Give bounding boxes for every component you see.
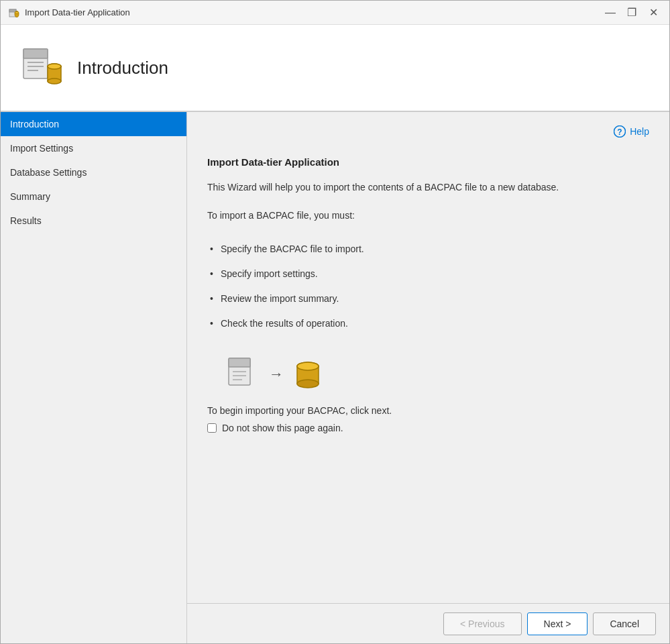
sidebar-item-import-settings[interactable]: Import Settings (1, 136, 186, 160)
title-bar-text: Import Data-tier Application (25, 7, 597, 17)
list-item: Review the import summary. (221, 286, 649, 311)
footer: < Previous Next > Cancel (187, 603, 669, 643)
svg-rect-16 (229, 358, 250, 367)
application-window: Import Data-tier Application — ❐ ✕ Intro… (0, 0, 670, 644)
svg-point-3 (15, 11, 19, 13)
main-area: Introduction Import Settings Database Se… (1, 112, 669, 643)
sidebar-item-summary[interactable]: Summary (1, 184, 186, 209)
sidebar: Introduction Import Settings Database Se… (1, 112, 187, 643)
bullet-list: Specify the BACPAC file to import. Speci… (207, 237, 649, 337)
svg-point-12 (48, 64, 61, 69)
header-title: Introduction (77, 58, 168, 78)
bullets-intro: To import a BACPAC file, you must: (207, 208, 649, 223)
title-bar: Import Data-tier Application — ❐ ✕ (1, 1, 669, 25)
svg-point-11 (48, 78, 61, 84)
svg-text:?: ? (618, 127, 622, 137)
cancel-button[interactable]: Cancel (593, 612, 656, 635)
content-inner: ? Help Import Data-tier Application This… (187, 112, 669, 603)
help-icon: ? (614, 125, 626, 138)
illustration: → (227, 357, 649, 392)
close-button[interactable]: ✕ (645, 5, 661, 21)
content-section-title: Import Data-tier Application (207, 156, 649, 168)
content-area: ? Help Import Data-tier Application This… (187, 112, 669, 643)
previous-button[interactable]: < Previous (443, 612, 522, 635)
arrow-icon: → (269, 366, 284, 383)
do-not-show-label[interactable]: Do not show this page again. (222, 423, 343, 433)
maximize-button[interactable]: ❐ (624, 5, 640, 21)
svg-point-22 (297, 380, 319, 388)
next-button[interactable]: Next > (527, 612, 588, 635)
document-illustration-icon (227, 357, 258, 392)
begin-text: To begin importing your BACPAC, click ne… (207, 405, 649, 416)
do-not-show-row: Do not show this page again. (207, 423, 649, 433)
header-icon (21, 46, 64, 89)
list-item: Specify the BACPAC file to import. (221, 237, 649, 262)
app-icon (9, 7, 19, 18)
help-link[interactable]: ? Help (614, 125, 649, 138)
sidebar-item-introduction[interactable]: Introduction (1, 112, 186, 136)
header-area: Introduction (1, 25, 669, 112)
title-bar-controls: — ❐ ✕ (602, 5, 661, 21)
database-illustration-icon (294, 357, 321, 392)
do-not-show-checkbox[interactable] (207, 423, 217, 433)
list-item: Check the results of operation. (221, 311, 649, 336)
svg-point-23 (297, 362, 319, 370)
help-label: Help (630, 126, 649, 137)
sidebar-item-results[interactable]: Results (1, 209, 186, 233)
minimize-button[interactable]: — (602, 5, 618, 21)
list-item: Specify import settings. (221, 262, 649, 286)
sidebar-item-database-settings[interactable]: Database Settings (1, 160, 186, 184)
svg-rect-5 (23, 49, 48, 58)
content-description: This Wizard will help you to import the … (207, 180, 649, 195)
